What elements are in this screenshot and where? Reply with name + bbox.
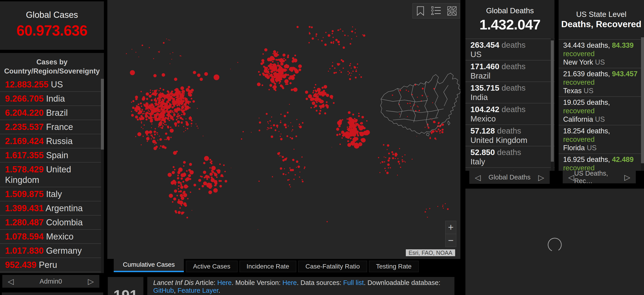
state-death-count: 34.443 (563, 41, 585, 49)
case-count: 1.617.355 (5, 150, 44, 160)
death-list-item[interactable]: 171.460 deaths Brazil (466, 60, 554, 82)
state-list-item[interactable]: 19.025 deaths, recovered California US (558, 96, 644, 125)
death-unit-label: deaths (497, 148, 521, 157)
state-name: Texas (563, 87, 582, 95)
footer-text: . Data sources: (297, 279, 343, 286)
global-cases-value: 60.973.636 (0, 22, 104, 39)
basemap-icon[interactable] (447, 6, 457, 16)
country-name: India (46, 94, 65, 104)
case-list-item[interactable]: 1.399.431 Argentina (0, 202, 104, 216)
death-list-item[interactable]: 104.242 deaths Mexico (466, 103, 554, 124)
country-name: United Kingdom (470, 136, 527, 144)
state-recovered-label: recovered (563, 50, 595, 58)
case-list-item[interactable]: 1.617.355 Spain (0, 148, 104, 162)
death-list-item[interactable]: 51.041 deaths (466, 167, 554, 171)
case-list-item[interactable]: 2.235.537 France (0, 120, 104, 134)
death-count: 135.715 (470, 83, 500, 92)
case-list-item[interactable]: 12.883.255 US (0, 78, 104, 92)
map-layer-tabs: Cumulative CasesActive CasesIncidence Ra… (114, 258, 418, 272)
world-map[interactable]: + − Esri, FAO, NOAA (107, 0, 460, 259)
map-zoom-control: + − (445, 221, 456, 247)
state-list-item[interactable]: 18.254 deaths, recovered Florida US (558, 125, 644, 154)
previous-page-icon[interactable]: ◁ (8, 278, 14, 285)
previous-page-icon[interactable]: ◁ (568, 173, 574, 181)
global-cases-panel: Global Cases 60.973.636 (0, 1, 104, 50)
loading-panel (466, 188, 644, 295)
tab-active-cases[interactable]: Active Cases (186, 261, 237, 272)
country-count-value: 191 (108, 287, 144, 295)
us-panel-title-line1: US State Level (558, 10, 644, 19)
tab-case-fatality-ratio[interactable]: Case-Fatality Ratio (298, 261, 367, 272)
cases-scrollbar-thumb[interactable] (101, 79, 104, 150)
cases-by-country-header: Cases by Country/Region/Sovereignty (0, 53, 104, 76)
state-death-count: 21.639 (563, 70, 585, 78)
bookmark-icon[interactable] (416, 6, 426, 16)
state-recovered-label: recovered (563, 136, 595, 144)
case-list-item[interactable]: 1.509.875 Italy (0, 187, 104, 202)
case-count: 1.280.487 (5, 218, 44, 227)
footer-link[interactable]: Here (282, 279, 297, 286)
death-count: 57.128 (470, 126, 495, 135)
death-count: 51.041 (470, 169, 495, 171)
deaths-by-country-list: 263.454 deaths US 171.460 deaths Brazil … (466, 38, 554, 171)
state-recovered-count: 42.489 (612, 156, 634, 164)
state-country-label: US (587, 144, 596, 152)
state-recovered-label: recovered (563, 107, 595, 115)
case-list-item[interactable]: 1.078.594 Mexico (0, 230, 104, 244)
state-death-label: deaths, (587, 41, 610, 49)
state-name: California (563, 115, 593, 123)
us-states-list: 34.443 deaths, 84.339 recovered New York… (558, 39, 644, 171)
next-page-icon[interactable]: ▷ (538, 174, 544, 181)
states-scrollbar-thumb[interactable] (641, 37, 644, 163)
tab-testing-rate[interactable]: Testing Rate (369, 261, 419, 272)
footer-text: Article: (194, 279, 217, 286)
deaths-scrollbar-thumb[interactable] (551, 40, 554, 162)
death-list-item[interactable]: 52.850 deaths Italy (466, 146, 554, 167)
death-unit-label: deaths (497, 169, 521, 171)
map-attribution: Esri, FAO, NOAA (406, 249, 455, 256)
state-name: Florida (563, 144, 585, 152)
case-list-item[interactable]: 9.266.705 India (0, 92, 104, 106)
next-page-icon[interactable]: ▷ (88, 278, 94, 285)
cases-pager: ◁ Admin0 ▷ (2, 275, 99, 288)
death-unit-label: deaths (502, 83, 526, 92)
footer-text: . Downloadable database: (364, 279, 440, 286)
legend-icon[interactable] (431, 6, 441, 16)
country-name: Brazil (46, 108, 68, 118)
cases-by-country-list: 12.883.255 US 9.266.705 India 6.204.220 … (0, 78, 104, 272)
state-list-item[interactable]: 21.639 deaths, 943.457 recovered Texas U… (558, 68, 644, 96)
case-count: 952.439 (5, 260, 36, 270)
death-list-item[interactable]: 263.454 deaths US (466, 38, 554, 60)
state-list-item[interactable]: 34.443 deaths, 84.339 recovered New York… (558, 39, 644, 68)
zoom-in-button[interactable]: + (446, 221, 456, 234)
footer-link[interactable]: GitHub (153, 287, 174, 294)
previous-page-icon[interactable]: ◁ (475, 174, 481, 181)
tab-incidence-rate[interactable]: Incidence Rate (240, 261, 296, 272)
left-bottom-panel-edge (2, 292, 103, 295)
state-death-count: 18.254 (563, 127, 585, 135)
death-unit-label: deaths (502, 105, 526, 114)
zoom-out-button[interactable]: − (446, 234, 456, 247)
case-list-item[interactable]: 6.204.220 Brazil (0, 106, 104, 120)
next-page-icon[interactable]: ▷ (624, 173, 630, 181)
footer-link[interactable]: Full list (343, 279, 364, 286)
case-list-item[interactable]: 1.280.487 Colombia (0, 216, 104, 230)
us-states-pager-label: US Deaths, Rec… (574, 170, 624, 185)
death-unit-label: deaths (502, 40, 526, 49)
state-name: New York (563, 58, 593, 66)
state-list-item[interactable]: 16.925 deaths, 42.489 recovered New Jers… (558, 154, 644, 171)
tab-cumulative-cases[interactable]: Cumulative Cases (114, 258, 184, 272)
case-count: 9.266.705 (5, 94, 44, 104)
case-list-item[interactable]: 1.017.830 Germany (0, 244, 104, 258)
global-cases-title: Global Cases (0, 10, 104, 20)
death-list-item[interactable]: 57.128 deaths United Kingdom (466, 124, 554, 146)
footer-link[interactable]: Feature Layer (178, 287, 218, 294)
case-list-item[interactable]: 1.578.429 United Kingdom (0, 162, 104, 187)
death-list-item[interactable]: 135.715 deaths India (466, 82, 554, 103)
case-list-item[interactable]: 2.169.424 Russia (0, 134, 104, 148)
country-name: Italy (46, 189, 62, 199)
footer-link[interactable]: Here (217, 279, 232, 286)
state-country-label: US (584, 87, 594, 95)
case-list-item[interactable]: 952.439 Peru (0, 258, 104, 272)
state-country-label: US (595, 58, 605, 66)
